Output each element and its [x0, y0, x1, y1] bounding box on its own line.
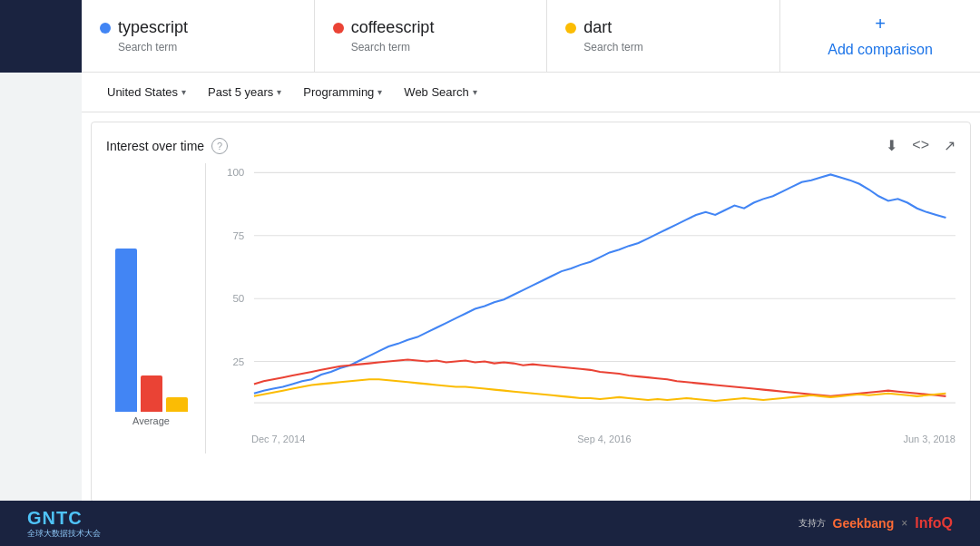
x-label-3: Jun 3, 2018 — [903, 434, 956, 444]
bottom-logo-left: GNTC 全球大数据技术大会 — [27, 508, 101, 540]
chevron-down-icon: ▾ — [473, 87, 477, 97]
typescript-line — [254, 174, 946, 393]
chart-section: Interest over time ? ⬇ <> ↗ Average — [91, 122, 971, 502]
filter-search-type[interactable]: Web Search ▾ — [397, 82, 484, 102]
search-term-dart[interactable]: dart Search term — [547, 0, 780, 72]
bar-typescript — [115, 249, 137, 412]
search-terms-bar: typescript Search term coffeescript Sear… — [82, 0, 980, 73]
share-icon[interactable]: ↗ — [944, 137, 956, 154]
coffeescript-dot — [333, 23, 344, 34]
filter-time[interactable]: Past 5 years ▾ — [201, 82, 289, 102]
line-chart-area: 100 75 50 25 Dec 7, 2014 Sep 4, 2016 Jun… — [206, 163, 956, 453]
x-label-2: Sep 4, 2016 — [577, 434, 631, 444]
gntc-logo: GNTC — [27, 508, 101, 529]
gntc-subtitle: 全球大数据技术大会 — [27, 529, 101, 540]
support-text: 支持方 — [799, 517, 826, 530]
chevron-down-icon: ▾ — [377, 87, 382, 97]
main-content: typescript Search term coffeescript Sear… — [82, 0, 980, 501]
help-icon[interactable]: ? — [211, 138, 228, 154]
typescript-dot — [100, 23, 111, 34]
download-icon[interactable]: ⬇ — [886, 137, 897, 154]
coffeescript-line — [254, 359, 946, 395]
add-comparison-plus-icon: + — [875, 14, 886, 34]
dart-label: Search term — [565, 41, 761, 54]
filter-country[interactable]: United States ▾ — [100, 82, 193, 102]
infoq-logo: InfoQ — [915, 515, 953, 531]
dart-name: dart — [583, 18, 612, 37]
line-chart-svg: 100 75 50 25 — [206, 163, 956, 426]
x-axis-labels: Dec 7, 2014 Sep 4, 2016 Jun 3, 2018 — [206, 430, 956, 444]
search-term-typescript[interactable]: typescript Search term — [82, 0, 315, 72]
coffeescript-label: Search term — [333, 41, 529, 54]
chart-header: Interest over time ? ⬇ <> ↗ — [106, 137, 956, 154]
typescript-name: typescript — [118, 18, 188, 37]
search-term-coffeescript[interactable]: coffeescript Search term — [315, 0, 548, 72]
bar-coffeescript — [141, 375, 162, 412]
add-comparison-label: Add comparison — [828, 42, 933, 58]
filter-country-label: United States — [107, 85, 178, 99]
svg-text:25: 25 — [232, 356, 244, 367]
svg-text:50: 50 — [232, 293, 244, 304]
dart-line — [254, 379, 946, 401]
chart-actions: ⬇ <> ↗ — [886, 137, 956, 154]
svg-text:100: 100 — [227, 168, 244, 179]
chart-title-text: Interest over time — [106, 139, 204, 153]
bottom-bar: GNTC 全球大数据技术大会 支持方 Geekbang × InfoQ — [0, 501, 980, 546]
coffeescript-name: coffeescript — [351, 18, 435, 37]
filters-bar: United States ▾ Past 5 years ▾ Programmi… — [82, 73, 980, 112]
filter-search-type-label: Web Search — [404, 85, 468, 99]
add-comparison-button[interactable]: + Add comparison — [780, 0, 980, 72]
embed-icon[interactable]: <> — [912, 137, 929, 154]
bar-chart-area: Average — [106, 163, 206, 453]
chevron-down-icon: ▾ — [181, 87, 186, 97]
bar-dart — [166, 397, 188, 412]
x-label-1: Dec 7, 2014 — [251, 434, 305, 444]
typescript-label: Search term — [100, 41, 296, 54]
filter-category-label: Programming — [303, 85, 374, 99]
svg-text:75: 75 — [232, 230, 244, 241]
filter-category[interactable]: Programming ▾ — [296, 82, 389, 102]
chart-area: Average 100 75 50 25 — [106, 163, 956, 453]
dart-dot — [565, 23, 576, 34]
chevron-down-icon: ▾ — [277, 87, 281, 97]
bottom-logo-right: 支持方 Geekbang × InfoQ — [799, 515, 953, 531]
chart-title-area: Interest over time ? — [106, 138, 228, 154]
bar-label: Average — [106, 415, 196, 426]
filter-time-label: Past 5 years — [208, 85, 273, 99]
bar-chart-bars — [106, 230, 196, 412]
geekbang-logo: Geekbang — [833, 516, 895, 531]
